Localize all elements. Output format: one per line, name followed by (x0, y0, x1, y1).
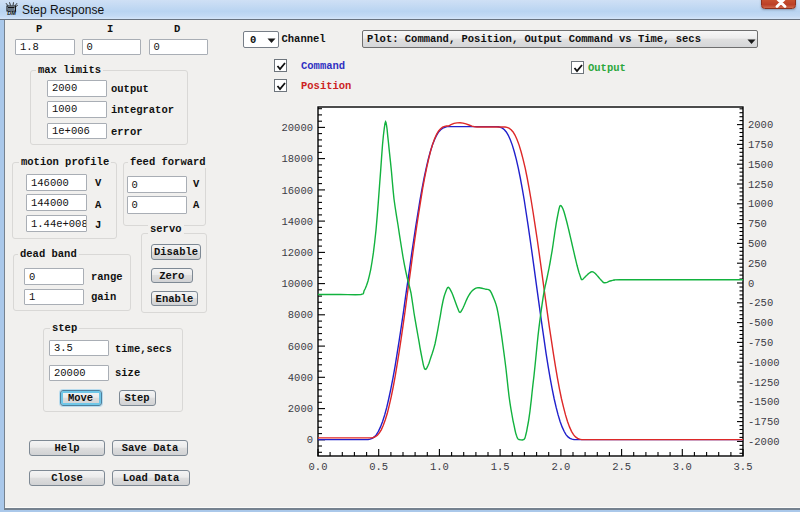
svg-text:-1250: -1250 (748, 377, 780, 389)
svg-text:18000: 18000 (281, 153, 313, 165)
svg-text:8000: 8000 (288, 309, 313, 321)
svg-text:-250: -250 (748, 297, 773, 309)
svg-text:1250: 1250 (748, 179, 773, 191)
svg-text:0.5: 0.5 (369, 461, 388, 473)
svg-text:-1000: -1000 (748, 357, 780, 369)
svg-text:4000: 4000 (288, 372, 313, 384)
svg-text:-500: -500 (748, 317, 773, 329)
svg-text:1750: 1750 (748, 139, 773, 151)
svg-text:1.0: 1.0 (430, 461, 449, 473)
svg-text:-750: -750 (748, 337, 773, 349)
svg-text:3.5: 3.5 (734, 461, 753, 473)
svg-text:14000: 14000 (281, 216, 313, 228)
svg-text:16000: 16000 (281, 185, 313, 197)
svg-text:12000: 12000 (281, 247, 313, 259)
svg-text:10000: 10000 (281, 278, 313, 290)
svg-text:2.5: 2.5 (612, 461, 631, 473)
svg-text:-2000: -2000 (748, 436, 780, 448)
svg-text:1500: 1500 (748, 159, 773, 171)
svg-text:500: 500 (748, 238, 767, 250)
svg-text:1000: 1000 (748, 198, 773, 210)
svg-text:0.0: 0.0 (309, 461, 328, 473)
svg-text:-1750: -1750 (748, 416, 780, 428)
svg-text:3.0: 3.0 (673, 461, 692, 473)
svg-text:-1500: -1500 (748, 396, 780, 408)
svg-text:2.0: 2.0 (551, 461, 570, 473)
svg-text:DM: DM (7, 10, 16, 16)
svg-text:2000: 2000 (748, 119, 773, 131)
svg-text:6000: 6000 (288, 341, 313, 353)
svg-text:2000: 2000 (288, 403, 313, 415)
svg-text:20000: 20000 (281, 122, 313, 134)
svg-text:0: 0 (307, 434, 313, 446)
svg-text:750: 750 (748, 218, 767, 230)
svg-text:250: 250 (748, 258, 767, 270)
svg-text:1.5: 1.5 (491, 461, 510, 473)
svg-text:0: 0 (748, 278, 754, 290)
